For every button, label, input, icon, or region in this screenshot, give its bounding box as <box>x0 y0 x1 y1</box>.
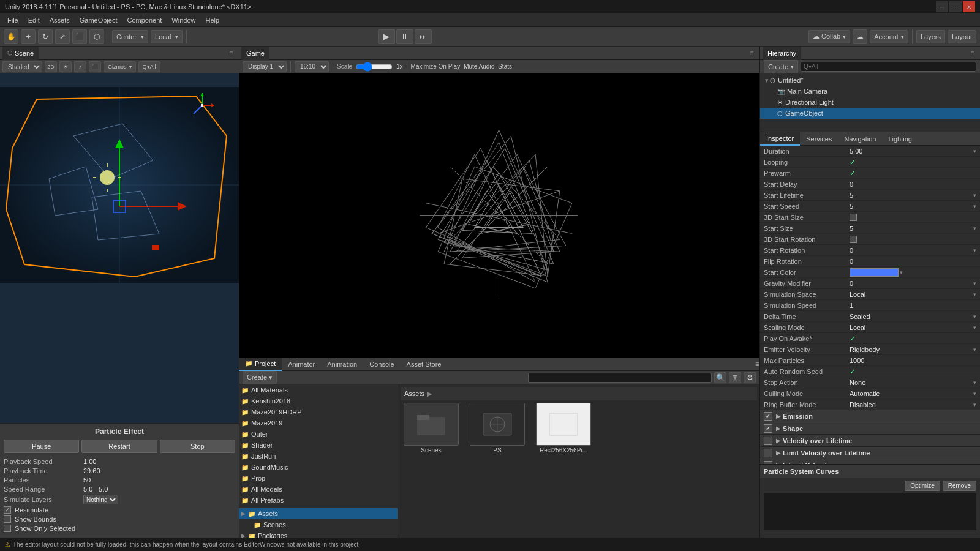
pause-pe-button[interactable]: Pause <box>4 440 79 453</box>
tree-maze2019[interactable]: 📁 Maze2019 <box>239 418 398 429</box>
tree-all-models[interactable]: 📁 All Models <box>239 484 398 495</box>
lighting-tab[interactable]: Lighting <box>882 132 918 146</box>
stop-pe-button[interactable]: Stop <box>160 440 235 453</box>
navigation-tab[interactable]: Navigation <box>838 132 882 146</box>
toolbar-move-tool[interactable]: ✦ <box>21 29 36 44</box>
hierarchy-scene-root[interactable]: ▾ ⬡ Untitled* <box>760 75 980 86</box>
menu-assets[interactable]: Assets <box>45 15 75 25</box>
scene-tab[interactable]: ⬡ Scene <box>2 47 39 60</box>
tree-all-materials[interactable]: 📁 All Materials <box>239 384 398 395</box>
scene-panel-close[interactable]: ≡ <box>227 48 236 58</box>
section-shape[interactable]: ✓ ▶ Shape <box>760 422 980 435</box>
scale-slider[interactable] <box>356 62 393 72</box>
scene-audio-toggle[interactable]: ♪ <box>74 61 86 72</box>
toolbar-rect-tool[interactable]: ⬛ <box>72 29 87 44</box>
shade-mode-dropdown[interactable]: Shaded <box>2 61 42 72</box>
tree-maze2019hdrp[interactable]: 📁 Maze2019HDRP <box>239 407 398 418</box>
tree-justrun[interactable]: 📁 JustRun <box>239 451 398 462</box>
toolbar-rotate-tool[interactable]: ↻ <box>38 29 53 44</box>
layers-dropdown[interactable]: Layers <box>916 30 945 43</box>
tree-soundmusic[interactable]: 📁 SoundMusic <box>239 462 398 473</box>
color-swatch[interactable] <box>850 268 899 277</box>
display-select[interactable]: Display 1 <box>243 61 287 72</box>
hierarchy-tab[interactable]: Hierarchy <box>763 47 801 60</box>
hierarchy-search[interactable] <box>801 62 976 72</box>
search-gizmos[interactable]: Q▾All <box>138 61 160 72</box>
account-dropdown[interactable]: Account ▾ <box>870 30 908 43</box>
play-button[interactable]: ▶ <box>378 29 395 44</box>
emission-check[interactable]: ✓ <box>764 412 772 421</box>
show-bounds-checkbox[interactable] <box>4 515 11 523</box>
maximize-button[interactable]: □ <box>949 1 962 12</box>
center-dropdown[interactable]: Center <box>112 30 148 43</box>
menu-help[interactable]: Help <box>200 15 224 25</box>
toolbar-scale-tool[interactable]: ⤢ <box>55 29 70 44</box>
tree-assets-root[interactable]: ▶ 📁 Assets <box>239 508 398 519</box>
hierarchy-directional-light[interactable]: ☀ Directional Light <box>760 97 980 108</box>
tree-shader[interactable]: 📁 Shader <box>239 440 398 451</box>
section-limit-velocity[interactable]: ▶ Limit Velocity over Lifetime <box>760 447 980 459</box>
section-emission[interactable]: ✓ ▶ Emission <box>760 410 980 422</box>
toolbar-hand-tool[interactable]: ✋ <box>4 29 18 44</box>
collab-dropdown[interactable]: ☁ Collab ▾ <box>809 30 850 43</box>
inspector-tab[interactable]: Inspector <box>760 132 800 146</box>
asset-scenes[interactable]: Scenes <box>401 403 462 454</box>
project-search[interactable] <box>528 373 712 383</box>
scene-2d-toggle[interactable]: 2D <box>45 61 57 72</box>
services-tab[interactable]: Services <box>800 132 838 146</box>
menu-gameobject[interactable]: GameObject <box>75 15 123 25</box>
menu-component[interactable]: Component <box>122 15 167 25</box>
game-panel-close[interactable]: ≡ <box>747 48 757 58</box>
optimize-button[interactable]: Optimize <box>905 481 940 491</box>
asset-rect[interactable]: Rect256X256Pi... <box>533 403 594 454</box>
section-check[interactable] <box>764 449 772 457</box>
restart-pe-button[interactable]: Restart <box>81 440 157 453</box>
close-button[interactable]: ✕ <box>963 1 975 12</box>
section-check[interactable] <box>764 437 772 445</box>
menu-file[interactable]: File <box>2 15 23 25</box>
options-icon[interactable]: ⚙ <box>744 372 756 383</box>
search-icon[interactable]: 🔍 <box>714 372 726 383</box>
show-only-selected-checkbox[interactable] <box>4 525 11 532</box>
section-inherit-velocity[interactable]: ▶ Inherit Velocity <box>760 459 980 464</box>
scene-view[interactable] <box>0 73 239 423</box>
hierarchy-gameobject[interactable]: ⬡ GameObject <box>760 108 980 119</box>
tree-prop[interactable]: 📁 Prop <box>239 473 398 484</box>
checkbox[interactable] <box>850 214 857 221</box>
sort-icon[interactable]: ⊞ <box>729 372 741 383</box>
animation-tab[interactable]: Animation <box>321 358 363 371</box>
pause-button[interactable]: ⏸ <box>396 29 413 44</box>
scene-vfx-toggle[interactable]: ⬛ <box>89 61 101 72</box>
asset-ps[interactable]: PS <box>467 403 528 454</box>
mute-audio-btn[interactable]: Mute Audio <box>464 63 494 70</box>
layout-dropdown[interactable]: Layout <box>948 30 976 43</box>
tree-scenes[interactable]: 📁 Scenes <box>239 519 398 530</box>
simulate-layers-select[interactable]: Nothing <box>83 495 118 504</box>
curves-canvas[interactable] <box>764 493 976 530</box>
tree-kenshin2018[interactable]: 📁 Kenshin2018 <box>239 395 398 407</box>
asset-store-tab[interactable]: Asset Store <box>401 358 448 371</box>
project-tab[interactable]: 📁 Project <box>239 358 282 371</box>
gizmos-dropdown[interactable]: Gizmos ▾ <box>104 61 136 72</box>
menu-edit[interactable]: Edit <box>23 15 45 25</box>
game-tab[interactable]: Game <box>241 47 270 60</box>
checkbox[interactable] <box>850 236 857 243</box>
create-hierarchy-dropdown[interactable]: Create ▾ <box>764 60 798 73</box>
tree-packages-root[interactable]: ▶ 📁 Packages <box>239 530 398 538</box>
hierarchy-panel-options[interactable]: ≡ <box>968 48 978 58</box>
console-tab[interactable]: Console <box>363 358 400 371</box>
animator-tab[interactable]: Animator <box>282 358 321 371</box>
step-button[interactable]: ⏭ <box>415 29 432 44</box>
toolbar-transform-tool[interactable]: ⬡ <box>89 29 104 44</box>
bottom-panel-close[interactable]: ≡ <box>755 360 760 369</box>
section-velocity-over-lifetime[interactable]: ▶ Velocity over Lifetime <box>760 435 980 447</box>
resimulate-checkbox[interactable]: ✓ <box>4 506 11 514</box>
scene-light-toggle[interactable]: ☀ <box>59 61 72 72</box>
minimize-button[interactable]: ─ <box>936 1 948 12</box>
create-dropdown[interactable]: Create ▾ <box>243 371 277 384</box>
remove-button[interactable]: Remove <box>943 481 976 491</box>
tree-outer[interactable]: 📁 Outer <box>239 429 398 440</box>
hierarchy-main-camera[interactable]: 📷 Main Camera <box>760 86 980 97</box>
shape-check[interactable]: ✓ <box>764 424 772 433</box>
local-dropdown[interactable]: Local <box>151 30 183 43</box>
